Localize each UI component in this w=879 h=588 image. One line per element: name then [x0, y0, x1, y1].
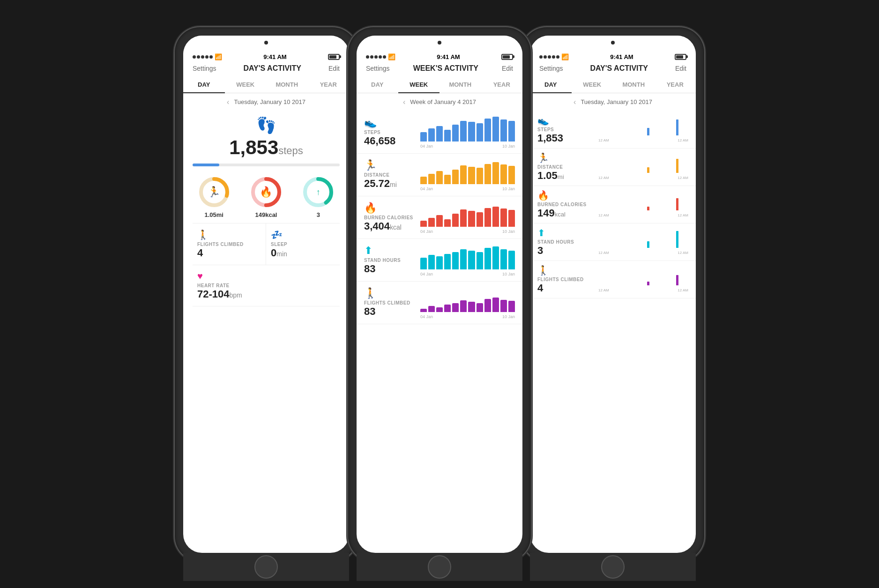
- prev-date-1[interactable]: ‹: [227, 98, 229, 106]
- home-area-1: [183, 553, 349, 581]
- nav-settings-1[interactable]: Settings: [193, 65, 216, 72]
- camera-area-2: [357, 36, 522, 50]
- status-right-2: [501, 54, 513, 60]
- heart-icon-1: ♥: [197, 271, 335, 282]
- tab-day-1[interactable]: DAY: [183, 76, 225, 93]
- distance-icon-3: 🏃: [537, 152, 598, 164]
- flights-value-1: 4: [197, 247, 261, 259]
- day-row-distance-3: 🏃 DISTANCE 1.05mi 12 A: [530, 149, 696, 186]
- date-label-3: Tuesday, January 10 2017: [581, 98, 652, 105]
- tabs-3: DAY WEEK MONTH YEAR: [530, 76, 696, 93]
- camera-dot-2: [438, 41, 441, 45]
- stand-icon-3: ⬆: [537, 227, 598, 238]
- battery-2: [501, 54, 513, 60]
- wifi-icon-1: 📶: [215, 53, 222, 60]
- nav-bar-2: Settings WEEK'S ACTIVITY Edit: [357, 62, 522, 76]
- time-3: 9:41 AM: [610, 53, 633, 60]
- steps-count-1: 1,853steps: [229, 136, 303, 159]
- stand-value-3: 3: [537, 245, 598, 257]
- nav-title-1: DAY'S ACTIVITY: [243, 64, 301, 73]
- tab-day-2[interactable]: DAY: [357, 76, 398, 93]
- status-left-1: 📶: [193, 53, 222, 60]
- flights-chart-2: 04 Jan10 Jan: [420, 286, 515, 319]
- battery-3: [675, 54, 686, 60]
- steps-icon-3: 👟: [537, 115, 598, 126]
- ring-stand-1: ↑ 3: [302, 176, 335, 218]
- stand-icon-2: ⬆: [364, 245, 420, 257]
- steps-value-2: 46,658: [364, 135, 420, 147]
- tab-month-2[interactable]: MONTH: [440, 76, 481, 93]
- tab-day-3[interactable]: DAY: [530, 76, 572, 93]
- ring-calories-1: 🔥 149kcal: [250, 176, 283, 218]
- time-2: 9:41 AM: [437, 53, 460, 60]
- distance-day-labels-3: 12 AM12 AM: [598, 176, 688, 180]
- distance-value-2: 25.72mi: [364, 178, 420, 190]
- flights-label-2: FLIGHTS CLIMBED: [364, 300, 420, 305]
- day-row-stand-3: ⬆ STAND HOURS 3 12 AM12: [530, 223, 696, 261]
- ring-distance-circle: 🏃: [198, 176, 231, 208]
- status-bar-1: 📶 9:41 AM: [183, 50, 349, 62]
- sleep-label-1: SLEEP: [271, 242, 335, 247]
- steps-value-3: 1,853: [537, 132, 598, 144]
- nav-title-3: DAY'S ACTIVITY: [590, 64, 648, 73]
- home-area-2: [357, 553, 522, 581]
- flights-chart-labels-2: 04 Jan10 Jan: [420, 314, 515, 319]
- calories-value-2: 3,404kcal: [364, 220, 420, 232]
- stand-chart-2: 04 Jan10 Jan: [420, 244, 515, 276]
- heart-label-1: HEART RATE: [197, 283, 335, 288]
- run-icon-1: 🏃: [208, 186, 220, 198]
- nav-settings-3[interactable]: Settings: [539, 65, 563, 72]
- flights-day-labels-3: 12 AM12 AM: [598, 288, 688, 292]
- phones-container: 📶 9:41 AM Settings DAY'S ACTIVITY Edit D…: [179, 27, 700, 561]
- home-button-1[interactable]: [254, 555, 278, 579]
- calories-icon-3: 🔥: [537, 190, 598, 201]
- steps-label-3: STEPS: [537, 127, 598, 132]
- week-row-calories-2: 🔥 BURNED CALORIES 3,404kcal: [357, 196, 522, 239]
- distance-chart-labels-2: 04 Jan10 Jan: [420, 186, 515, 191]
- distance-icon-2: 🏃: [364, 159, 420, 171]
- tab-week-1[interactable]: WEEK: [225, 76, 267, 93]
- phone-3: 📶 9:41 AM Settings DAY'S ACTIVITY Edit D…: [521, 27, 704, 561]
- status-left-2: 📶: [366, 53, 395, 60]
- progress-bar-1: [193, 164, 340, 166]
- flights-day-chart-3: 12 AM12 AM: [598, 267, 688, 292]
- steps-icon-2: 👟: [364, 117, 420, 129]
- sleep-icon-1: 💤: [271, 229, 335, 240]
- tab-year-1[interactable]: YEAR: [308, 76, 350, 93]
- prev-date-3[interactable]: ‹: [574, 98, 576, 106]
- camera-area: [183, 36, 349, 50]
- stats-grid-1: 🚶 FLIGHTS CLIMBED 4 💤 SLEEP 0min ♥ HEART…: [193, 223, 340, 306]
- steps-chart-labels-2: 04 Jan10 Jan: [420, 144, 515, 149]
- tab-month-3[interactable]: MONTH: [613, 76, 655, 93]
- tab-month-1[interactable]: MONTH: [266, 76, 308, 93]
- stand-chart-labels-2: 04 Jan10 Jan: [420, 272, 515, 276]
- home-button-2[interactable]: [428, 555, 451, 579]
- stand-day-labels-3: 12 AM12 AM: [598, 251, 688, 255]
- nav-edit-3[interactable]: Edit: [675, 65, 686, 72]
- day-row-flights-3: 🚶 FLIGHTS CLIMBED 4 12: [530, 261, 696, 298]
- flights-label-3: FLIGHTS CLIMBED: [537, 277, 598, 282]
- heart-value-1: 72-104bpm: [197, 288, 335, 300]
- prev-date-2[interactable]: ‹: [403, 98, 405, 106]
- tabs-1: DAY WEEK MONTH YEAR: [183, 76, 349, 93]
- tab-year-3[interactable]: YEAR: [655, 76, 696, 93]
- nav-edit-2[interactable]: Edit: [502, 65, 513, 72]
- ring-stand-circle: ↑: [302, 176, 335, 208]
- stand-label-3: STAND HOURS: [537, 239, 598, 245]
- week-row-distance-2: 🏃 DISTANCE 25.72mi: [357, 154, 522, 196]
- steps-day-labels-3: 12 AM12 AM: [598, 138, 688, 142]
- nav-bar-3: Settings DAY'S ACTIVITY Edit: [530, 62, 696, 76]
- signal-dots-3: [539, 55, 559, 59]
- nav-edit-1[interactable]: Edit: [328, 65, 340, 72]
- nav-settings-2[interactable]: Settings: [366, 65, 390, 72]
- home-button-3[interactable]: [601, 555, 625, 579]
- tabs-2: DAY WEEK MONTH YEAR: [357, 76, 522, 93]
- tab-week-3[interactable]: WEEK: [572, 76, 613, 93]
- distance-label-3: DISTANCE: [537, 164, 598, 170]
- week-row-flights-2: 🚶 FLIGHTS CLIMBED 83: [357, 282, 522, 324]
- tab-week-2[interactable]: WEEK: [398, 76, 440, 93]
- phone1-content: 👣 1,853steps: [183, 111, 349, 553]
- hero-section-1: 👣 1,853steps: [183, 111, 349, 171]
- fire-icon-1: 🔥: [260, 186, 272, 198]
- tab-year-2[interactable]: YEAR: [481, 76, 523, 93]
